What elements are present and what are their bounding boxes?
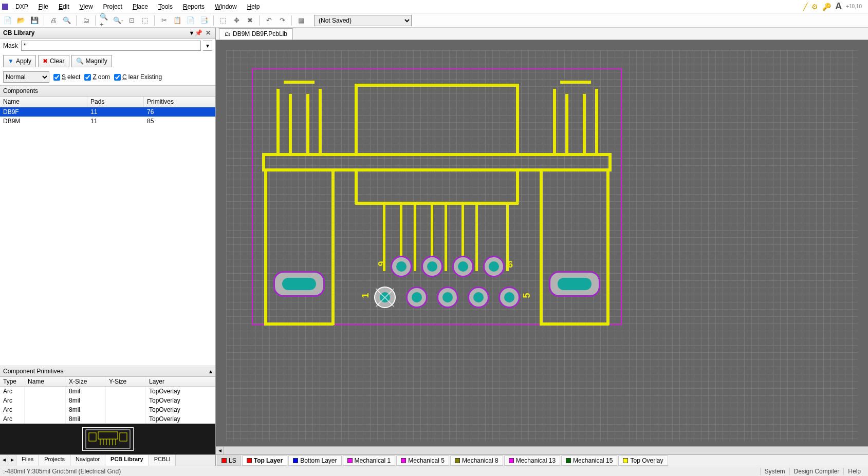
copy-icon[interactable]: 📋: [172, 15, 183, 26]
label-1: 1: [360, 293, 371, 298]
pad: [452, 256, 474, 277]
layer-tabs: LSTop LayerBottom LayerMechanical 1Mecha…: [216, 454, 868, 466]
status-help[interactable]: Help: [843, 468, 865, 475]
redo-icon[interactable]: ↷: [276, 15, 288, 26]
undo-icon[interactable]: ↶: [263, 15, 274, 26]
key-icon[interactable]: 🔑: [822, 3, 831, 11]
cut-icon[interactable]: ✂: [158, 15, 170, 26]
components-header: Components: [0, 85, 215, 97]
menu-dxp[interactable]: DXP: [10, 1, 33, 12]
apply-button[interactable]: ▼Apply: [3, 55, 36, 67]
mode-select[interactable]: Normal: [3, 71, 49, 83]
zoom-fit-icon[interactable]: ⊡: [126, 15, 137, 26]
zoom-select-icon[interactable]: ⬚: [139, 15, 151, 26]
pad: [483, 256, 505, 277]
new-icon[interactable]: 📄: [2, 15, 13, 26]
zoom-out-icon[interactable]: 🔍-: [113, 15, 124, 26]
layer-tab[interactable]: Top Overlay: [618, 455, 668, 466]
tab-files[interactable]: Files: [16, 455, 39, 466]
layer-tab[interactable]: Mechanical 13: [504, 455, 560, 466]
primitive-row[interactable]: Arc8milTopOverlay: [0, 405, 215, 414]
gear-icon[interactable]: ⚙: [811, 3, 818, 11]
cross-icon[interactable]: +10,10: [846, 4, 862, 9]
scroll-up-icon[interactable]: ▴: [209, 368, 212, 375]
layer-tab[interactable]: Top Layer: [242, 455, 287, 466]
layer-tab[interactable]: LS: [217, 455, 241, 466]
tab-projects[interactable]: Projects: [39, 455, 70, 466]
zoom-checkbox[interactable]: Zoom: [84, 73, 110, 81]
tab-next-icon[interactable]: ▸: [8, 455, 16, 466]
menu-help[interactable]: Help: [242, 1, 265, 12]
menu-file[interactable]: File: [33, 1, 53, 12]
layer-tab[interactable]: Mechanical 5: [396, 455, 449, 466]
zoom-in-icon[interactable]: 🔍+: [99, 15, 110, 26]
col-pads[interactable]: Pads: [87, 97, 144, 107]
primitives-header: Component Primitives ▴: [0, 366, 215, 377]
primitive-row[interactable]: Arc8milTopOverlay: [0, 387, 215, 396]
doc-icon: 🗂: [225, 30, 231, 37]
move-icon[interactable]: ✥: [231, 15, 242, 26]
layer-tab[interactable]: Mechanical 1: [343, 455, 396, 466]
close-icon[interactable]: ✕: [204, 29, 212, 36]
layer-tab[interactable]: Mechanical 8: [450, 455, 503, 466]
layers-icon[interactable]: 🗂: [80, 15, 91, 26]
primitives-table-header[interactable]: Type Name X-Size Y-Size Layer: [0, 377, 215, 387]
menu-edit[interactable]: Edit: [53, 1, 75, 12]
save-icon[interactable]: 💾: [29, 15, 40, 26]
document-tab[interactable]: 🗂 DB9M DB9F.PcbLib: [219, 28, 293, 40]
horizontal-scrollbar[interactable]: ◂: [216, 446, 868, 454]
scroll-left-icon[interactable]: ◂: [216, 447, 224, 454]
pcb-canvas[interactable]: 9 6 1 5: [216, 40, 868, 446]
grid-icon[interactable]: ▦: [296, 15, 307, 26]
menu-window[interactable]: Window: [210, 1, 242, 12]
tab-navigator[interactable]: Navigator: [70, 455, 105, 466]
paste-icon[interactable]: 📄: [185, 15, 196, 26]
magnify-button[interactable]: 🔍Magnify: [71, 55, 112, 67]
layer-swatch-icon: [247, 458, 252, 463]
primitive-row[interactable]: Arc8milTopOverlay: [0, 414, 215, 424]
save-state-select[interactable]: (Not Saved): [314, 15, 412, 26]
text-a-icon[interactable]: A: [835, 1, 842, 12]
layer-swatch-icon: [455, 458, 460, 463]
mask-input[interactable]: [21, 41, 201, 51]
mask-dropdown-icon[interactable]: ▾: [203, 41, 212, 51]
clear-existing-checkbox[interactable]: Clear Existing: [114, 73, 162, 81]
menu-bar: DXP File Edit View Project Place Tools R…: [0, 0, 868, 13]
paste2-icon[interactable]: 📑: [198, 15, 210, 26]
print-icon[interactable]: 🖨: [48, 15, 59, 26]
menu-view[interactable]: View: [75, 1, 98, 12]
pencil-icon[interactable]: ╱: [803, 3, 807, 11]
select-checkbox[interactable]: Select: [53, 73, 80, 81]
layer-tab[interactable]: Bottom Layer: [288, 455, 341, 466]
primitive-row[interactable]: Arc8milTopOverlay: [0, 396, 215, 405]
svg-rect-2: [120, 433, 127, 441]
status-design-compiler[interactable]: Design Compiler: [789, 468, 844, 475]
col-name[interactable]: Name: [0, 97, 87, 107]
pin-icon[interactable]: 📌: [193, 29, 204, 36]
menu-reports[interactable]: Reports: [178, 1, 210, 12]
label-9: 9: [377, 261, 387, 266]
select-rect-icon[interactable]: ⬚: [217, 15, 229, 26]
table-row[interactable]: DB9F 11 76: [0, 107, 215, 117]
menu-project[interactable]: Project: [98, 1, 127, 12]
layer-tab[interactable]: Mechanical 15: [561, 455, 617, 466]
table-row[interactable]: DB9M 11 85: [0, 117, 215, 126]
layer-swatch-icon: [401, 458, 406, 463]
tab-pcb-library[interactable]: PCB Library: [105, 455, 149, 466]
tab-pcbli[interactable]: PCBLI: [149, 455, 176, 466]
open-icon[interactable]: 📂: [15, 15, 27, 26]
clear-button[interactable]: ✖Clear: [38, 55, 69, 67]
menu-place[interactable]: Place: [127, 1, 153, 12]
layer-swatch-icon: [221, 458, 227, 463]
menu-tools[interactable]: Tools: [153, 1, 178, 12]
preview-icon[interactable]: 🔍: [61, 15, 72, 26]
app-logo-icon: [2, 4, 8, 10]
tab-prev-icon[interactable]: ◂: [0, 455, 8, 466]
deselect-icon[interactable]: ✖: [244, 15, 255, 26]
mounting-pad: [549, 271, 600, 297]
status-system[interactable]: System: [760, 468, 789, 475]
pad: [437, 287, 458, 308]
components-table-header[interactable]: Name Pads Primitives: [0, 97, 215, 107]
col-primitives[interactable]: Primitives: [144, 97, 215, 107]
label-6: 6: [508, 259, 513, 270]
